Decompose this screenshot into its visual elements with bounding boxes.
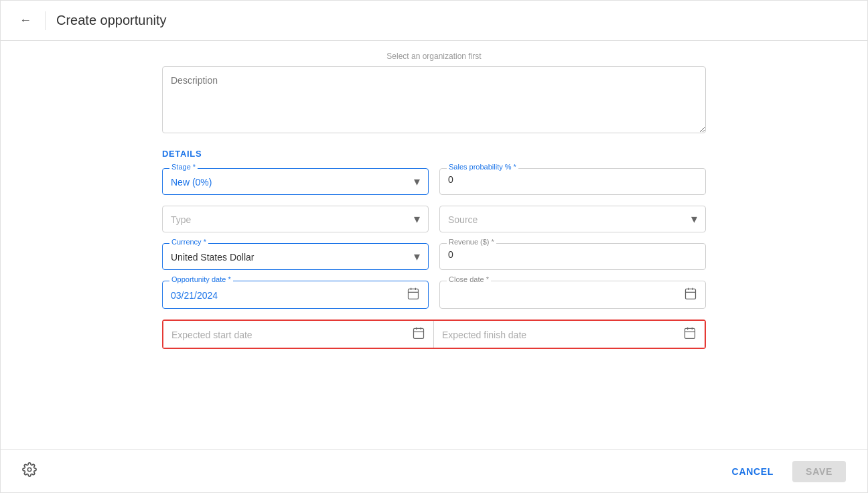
stage-dropdown-icon[interactable]: ▾ [414, 174, 420, 189]
header-divider [45, 11, 46, 30]
save-button[interactable]: SAVE [792, 461, 846, 482]
source-dropdown-icon[interactable]: ▾ [691, 212, 697, 226]
page-title: Create opportunity [56, 13, 167, 28]
currency-value: United States Dollar [171, 251, 255, 263]
stage-label: Stage * [169, 163, 198, 171]
expected-start-date-label: Expected start date [171, 328, 252, 340]
opportunity-date-label: Opportunity date * [169, 276, 233, 283]
close-date-label: Close date * [447, 276, 491, 283]
revenue-field[interactable]: Revenue ($) * [439, 243, 706, 270]
select-org-hint: Select an organization first [162, 52, 706, 61]
revenue-input[interactable] [448, 249, 648, 260]
sales-probability-field[interactable]: Sales probability % * [439, 168, 706, 195]
header: ← Create opportunity [1, 1, 867, 41]
sales-probability-input[interactable] [448, 174, 697, 185]
source-field[interactable]: Source ▾ [439, 206, 706, 232]
opportunity-date-field[interactable]: Opportunity date * 03/21/2024 [162, 281, 429, 309]
content-area: Select an organization first DETAILS Sta… [1, 41, 867, 449]
opportunity-date-calendar-icon[interactable] [407, 287, 420, 303]
source-placeholder: Source [448, 213, 478, 225]
svg-point-16 [27, 468, 31, 472]
type-dropdown-icon[interactable]: ▾ [414, 212, 420, 226]
sales-probability-label: Sales probability % * [447, 163, 518, 171]
footer-left [22, 462, 37, 480]
svg-rect-0 [409, 289, 419, 299]
revenue-label: Revenue ($) * [447, 238, 496, 246]
back-button[interactable]: ← [17, 11, 34, 30]
expected-finish-date-field[interactable]: Expected finish date [434, 321, 705, 348]
stage-field[interactable]: Stage * New (0%) ▾ [162, 168, 429, 195]
close-date-field[interactable]: Close date * [439, 281, 706, 309]
footer-actions: CANCEL SAVE [719, 461, 846, 482]
currency-field[interactable]: Currency * United States Dollar ▾ [162, 243, 429, 270]
type-placeholder: Type [171, 213, 191, 225]
svg-rect-4 [686, 289, 696, 299]
form-grid: Stage * New (0%) ▾ Sales probability % *… [162, 168, 706, 309]
close-date-calendar-icon[interactable] [684, 287, 697, 303]
cancel-button[interactable]: CANCEL [719, 461, 788, 482]
expected-dates-row: Expected start date [162, 320, 706, 349]
expected-finish-calendar-icon[interactable] [683, 326, 697, 342]
svg-rect-12 [685, 328, 695, 338]
description-textarea[interactable] [162, 66, 706, 133]
expected-start-date-field[interactable]: Expected start date [163, 321, 434, 348]
settings-icon[interactable] [22, 462, 37, 480]
opportunity-date-value: 03/21/2024 [171, 289, 218, 301]
back-icon: ← [19, 13, 31, 27]
stage-value: New (0%) [171, 175, 212, 188]
footer: CANCEL SAVE [1, 449, 867, 492]
expected-start-calendar-icon[interactable] [412, 326, 425, 342]
type-field[interactable]: Type ▾ [162, 206, 429, 232]
details-section-heading: DETAILS [162, 149, 706, 159]
expected-finish-date-label: Expected finish date [442, 328, 526, 340]
svg-rect-8 [414, 328, 424, 338]
currency-dropdown-icon[interactable]: ▾ [414, 249, 420, 264]
currency-label: Currency * [169, 238, 208, 246]
